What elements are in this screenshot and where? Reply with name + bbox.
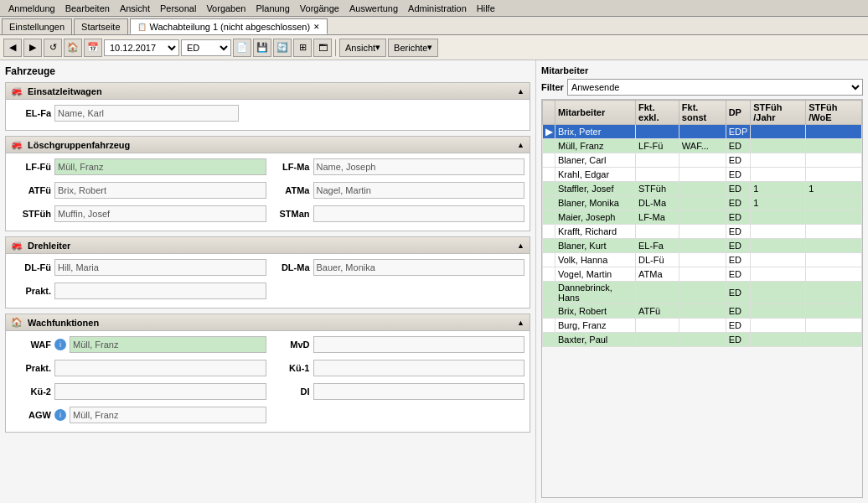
toolbar-unit-select[interactable]: ED <box>181 39 231 56</box>
toolbar-date-select[interactable]: 10.12.2017 <box>104 39 179 56</box>
cell-stfj: 1 <box>751 182 806 196</box>
menu-personal[interactable]: Personal <box>155 2 201 15</box>
role-input-stfuh[interactable] <box>54 205 266 222</box>
cell-fkt-exkl <box>636 333 679 347</box>
table-row[interactable]: Krahl, Edgar ED <box>543 168 862 182</box>
menu-vorgaben[interactable]: Vorgaben <box>201 2 251 15</box>
collapse-lgf[interactable]: ▲ <box>517 141 524 149</box>
table-row[interactable]: Blaner, Kurt EL-Fa ED <box>543 239 862 253</box>
section-einsatzleitwagen-content: EL-Fa <box>6 100 530 130</box>
role-input-mvd[interactable] <box>313 336 525 353</box>
section-drehleiter-title: 🚒 Drehleiter <box>11 240 70 251</box>
toolbar-fwd-btn[interactable]: ▶ <box>23 39 42 57</box>
info-icon-waf[interactable]: i <box>54 339 66 350</box>
cell-dp: ED <box>726 153 751 168</box>
toolbar-calendar-icon[interactable]: 📅 <box>84 39 102 57</box>
menu-bearbeiten[interactable]: Bearbeiten <box>60 2 115 15</box>
section-einsatzleitwagen-header[interactable]: 🚒 Einsatzleitwagen ▲ <box>6 83 530 100</box>
menu-hilfe[interactable]: Hilfe <box>472 2 500 15</box>
menu-ansicht[interactable]: Ansicht <box>115 2 155 15</box>
section-lgf: 🚒 Löschgruppenfahrzeug ▲ LF-Fü LF-Ma <box>5 136 530 231</box>
dl-spacer <box>270 283 525 303</box>
cell-stfw <box>806 304 862 319</box>
role-input-lfma[interactable] <box>313 158 525 175</box>
role-input-elfa[interactable] <box>54 105 239 122</box>
role-input-ku2[interactable] <box>54 383 266 400</box>
role-row-prakt-wach: Prakt. <box>11 360 266 376</box>
section-drehleiter-header[interactable]: 🚒 Drehleiter ▲ <box>6 237 530 254</box>
table-row[interactable]: Staffler, Josef STFüh ED 1 1 <box>543 182 862 196</box>
role-input-ku1[interactable] <box>313 360 525 376</box>
row-arrow <box>543 319 555 333</box>
cell-fkt-sonst <box>679 333 726 347</box>
table-row[interactable]: Burg, Franz ED <box>543 319 862 333</box>
toolbar-home-btn[interactable]: 🏠 <box>64 39 82 57</box>
cell-stfw <box>806 168 862 182</box>
role-input-dlfu[interactable] <box>54 259 266 276</box>
cell-stfj <box>751 125 806 139</box>
collapse-wach[interactable]: ▲ <box>517 319 524 327</box>
role-label-dlfu: DL-Fü <box>11 262 51 272</box>
role-input-lffu[interactable] <box>54 158 266 175</box>
menu-planung[interactable]: Planung <box>251 2 294 15</box>
role-input-prakt-wach[interactable] <box>54 360 266 376</box>
table-row[interactable]: ▶ Brix, Peter EDP <box>543 125 862 139</box>
row-arrow: ▶ <box>543 125 555 139</box>
menu-anmeldung[interactable]: Anmeldung <box>3 2 60 15</box>
toolbar-berichte-btn[interactable]: Berichte ▾ <box>388 39 438 57</box>
row-arrow <box>543 333 555 347</box>
role-row-agw: AGW i <box>11 407 266 423</box>
toolbar-grid-btn[interactable]: ⊞ <box>293 39 312 57</box>
role-input-di[interactable] <box>313 383 525 400</box>
tab-wachabteilung[interactable]: 📋 Wachabteilung 1 (nicht abgeschlossen) … <box>130 18 328 34</box>
cell-name: Müll, Franz <box>555 139 636 153</box>
role-input-dlma[interactable] <box>313 259 525 276</box>
menu-vorgaenge[interactable]: Vorgänge <box>295 2 344 15</box>
table-row[interactable]: Dannebrinck, Hans ED <box>543 282 862 304</box>
toolbar-ansicht-btn[interactable]: Ansicht ▾ <box>339 39 386 57</box>
toolbar-sync-btn[interactable]: 🔄 <box>273 39 292 57</box>
table-row[interactable]: Baxter, Paul ED <box>543 333 862 347</box>
toolbar-save-btn[interactable]: 💾 <box>253 39 271 57</box>
section-wachfunktionen-header[interactable]: 🏠 Wachfunktionen ▲ <box>6 314 530 331</box>
role-input-atfu[interactable] <box>54 182 266 199</box>
mitarbeiter-table: Mitarbeiter Fkt. exkl. Fkt. sonst DP STF… <box>542 100 862 347</box>
role-input-agw[interactable] <box>70 407 266 423</box>
cell-stfj <box>751 333 806 347</box>
cell-stfw <box>806 196 862 210</box>
tab-startseite[interactable]: Startseite <box>74 18 127 34</box>
table-row[interactable]: Vogel, Martin ATMa ED <box>543 267 862 282</box>
table-row[interactable]: Maier, Joseph LF-Ma ED <box>543 210 862 225</box>
cell-fkt-sonst <box>679 267 726 282</box>
table-row[interactable]: Volk, Hanna DL-Fü ED <box>543 253 862 267</box>
table-row[interactable]: Blaner, Monika DL-Ma ED 1 <box>543 196 862 210</box>
house-icon-wach: 🏠 <box>11 317 23 328</box>
table-row[interactable]: Krafft, Richard ED <box>543 225 862 239</box>
tab-einstellungen[interactable]: Einstellungen <box>2 18 72 34</box>
toolbar-doc-btn[interactable]: 📄 <box>233 39 251 57</box>
info-icon-agw[interactable]: i <box>54 409 66 421</box>
menu-auswertung[interactable]: Auswertung <box>344 2 403 15</box>
table-row[interactable]: Blaner, Carl ED <box>543 153 862 168</box>
th-dp: DP <box>726 101 751 125</box>
collapse-dl[interactable]: ▲ <box>517 241 524 250</box>
cell-fkt-sonst <box>679 319 726 333</box>
cell-fkt-sonst <box>679 225 726 239</box>
filter-label: Filter <box>541 82 564 92</box>
cell-stfw <box>806 319 862 333</box>
tab-close-icon[interactable]: ✕ <box>313 23 320 31</box>
cell-fkt-exkl: LF-Fü <box>636 139 679 153</box>
toolbar-window-btn[interactable]: 🗔 <box>313 39 332 57</box>
table-row[interactable]: Müll, Franz LF-Fü WAF... ED <box>543 139 862 153</box>
role-input-atma[interactable] <box>313 182 525 199</box>
toolbar-back-btn[interactable]: ◀ <box>3 39 22 57</box>
menu-administration[interactable]: Administration <box>403 2 472 15</box>
table-row[interactable]: Brix, Robert ATFü ED <box>543 304 862 319</box>
filter-select[interactable]: Anwesende Alle Abwesende <box>567 79 863 96</box>
toolbar-refresh-btn[interactable]: ↺ <box>44 39 62 57</box>
role-input-prakt-dl[interactable] <box>54 283 266 299</box>
role-input-waf[interactable] <box>70 336 266 353</box>
section-lgf-header[interactable]: 🚒 Löschgruppenfahrzeug ▲ <box>6 137 530 153</box>
role-input-stman[interactable] <box>313 205 525 222</box>
collapse-elw[interactable]: ▲ <box>517 87 524 96</box>
